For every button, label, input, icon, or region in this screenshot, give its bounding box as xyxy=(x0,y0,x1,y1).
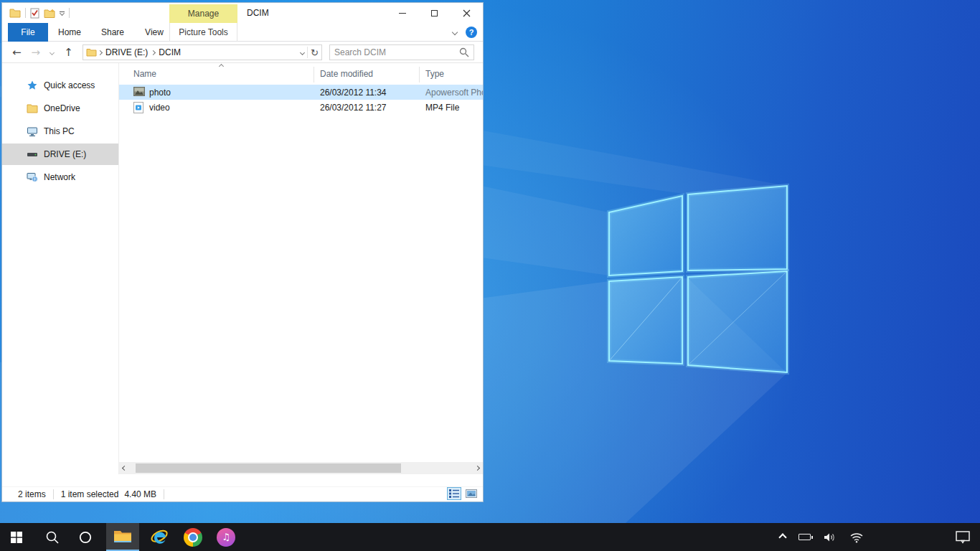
tab-home[interactable]: Home xyxy=(48,23,91,42)
internet-explorer-icon xyxy=(151,528,169,547)
search-icon[interactable] xyxy=(459,47,469,57)
onedrive-folder-icon xyxy=(27,103,38,113)
search-box[interactable] xyxy=(329,44,474,60)
battery-status[interactable] xyxy=(792,534,817,540)
file-list-area: Name Date modified Type photo 26/03/2012… xyxy=(119,63,483,474)
back-button[interactable]: ← xyxy=(12,47,22,58)
wifi-status[interactable] xyxy=(843,532,870,543)
scroll-right-button[interactable] xyxy=(472,462,483,474)
show-hidden-icons-button[interactable] xyxy=(773,534,792,540)
sidebar-item-drive-e[interactable]: DRIVE (E:) xyxy=(2,143,118,165)
action-center-button[interactable] xyxy=(949,531,980,544)
column-header-type[interactable]: Type xyxy=(425,69,444,79)
selection-size: 4.40 MB xyxy=(124,489,156,499)
column-divider[interactable] xyxy=(314,67,314,83)
volume-control[interactable] xyxy=(817,532,843,543)
minimize-button[interactable] xyxy=(386,3,418,24)
properties-icon[interactable] xyxy=(30,8,39,19)
chrome-button[interactable] xyxy=(176,523,209,551)
sidebar-item-label: Network xyxy=(44,172,75,182)
thumbnails-view-icon xyxy=(466,489,477,498)
address-bar-row: ← → ↑ DRIVE (E:) DCIM ↻ xyxy=(2,42,483,63)
selection-summary: 1 item selected xyxy=(61,489,119,499)
file-type: Apowersoft Pho xyxy=(425,88,483,98)
sidebar-item-network[interactable]: Network xyxy=(2,166,118,188)
taskbar: ♫ xyxy=(0,523,980,551)
breadcrumb-separator-icon xyxy=(151,50,156,55)
address-dropdown-chevron-icon[interactable] xyxy=(300,50,305,55)
chevron-right-icon xyxy=(475,466,480,471)
scrollbar-thumb[interactable] xyxy=(136,463,401,473)
start-button[interactable] xyxy=(0,523,33,551)
separator xyxy=(307,47,308,58)
separator xyxy=(164,489,164,499)
details-view-button[interactable] xyxy=(447,487,461,500)
new-folder-icon[interactable] xyxy=(44,9,55,18)
scroll-left-button[interactable] xyxy=(119,462,130,474)
tab-file[interactable]: File xyxy=(8,23,48,42)
column-header-date-modified[interactable]: Date modified xyxy=(320,69,373,79)
cortana-button[interactable] xyxy=(69,523,102,551)
item-count: 2 items xyxy=(18,489,46,499)
file-name: video xyxy=(149,103,170,113)
taskbar-file-explorer-button[interactable] xyxy=(106,523,139,551)
contextual-group-manage[interactable]: Manage xyxy=(169,4,237,23)
tab-view[interactable]: View xyxy=(134,23,174,42)
up-button[interactable]: ↑ xyxy=(64,47,73,58)
close-button[interactable] xyxy=(451,3,483,24)
column-divider[interactable] xyxy=(419,67,420,83)
recent-locations-chevron-icon[interactable] xyxy=(50,50,55,55)
taskbar-search-button[interactable] xyxy=(36,523,69,551)
forward-button[interactable]: → xyxy=(32,47,41,58)
column-headers: Name Date modified Type xyxy=(119,63,483,85)
quick-access-toolbar xyxy=(9,3,70,23)
chrome-icon xyxy=(184,528,202,547)
column-header-name[interactable]: Name xyxy=(133,69,156,79)
separator xyxy=(69,8,70,18)
file-type: MP4 File xyxy=(425,103,459,113)
ribbon-collapse-chevron-icon[interactable] xyxy=(452,29,458,35)
video-file-icon xyxy=(133,102,143,116)
horizontal-scrollbar[interactable] xyxy=(119,462,483,474)
tab-share[interactable]: Share xyxy=(91,23,134,42)
search-input[interactable] xyxy=(334,47,459,57)
breadcrumb-segment-dcim[interactable]: DCIM xyxy=(156,47,183,57)
file-row-photo[interactable]: photo 26/03/2012 11:34 Apowersoft Pho xyxy=(119,85,483,100)
customize-chevron-icon[interactable] xyxy=(60,11,65,15)
internet-explorer-button[interactable] xyxy=(143,523,176,551)
address-bar[interactable]: DRIVE (E:) DCIM ↻ xyxy=(83,44,322,60)
itunes-button[interactable]: ♫ xyxy=(209,523,242,551)
maximize-button[interactable] xyxy=(418,3,451,24)
sidebar-item-this-pc[interactable]: This PC xyxy=(2,121,118,142)
folder-icon xyxy=(86,48,97,57)
sidebar-item-onedrive[interactable]: OneDrive xyxy=(2,98,118,119)
close-icon xyxy=(463,9,471,17)
maximize-icon xyxy=(431,10,438,17)
battery-icon xyxy=(798,534,811,540)
manage-label: Manage xyxy=(188,9,219,19)
cortana-circle-icon xyxy=(78,530,93,545)
help-icon[interactable]: ? xyxy=(466,27,477,38)
breadcrumb-segment-drive[interactable]: DRIVE (E:) xyxy=(103,47,150,57)
scrollbar-track[interactable] xyxy=(130,462,472,474)
explorer-folder-icon xyxy=(9,8,21,18)
window-title: DCIM xyxy=(247,3,269,23)
minimize-icon xyxy=(399,13,406,14)
sidebar-item-label: This PC xyxy=(44,126,75,136)
windows-logo-icon xyxy=(11,532,22,543)
file-date-modified: 26/03/2012 11:34 xyxy=(320,88,387,98)
sidebar-item-label: DRIVE (E:) xyxy=(44,149,86,159)
action-center-icon xyxy=(956,531,970,544)
quick-access-star-icon xyxy=(27,80,38,91)
ribbon-tabs: File Home Share View Picture Tools ? xyxy=(2,23,483,42)
sidebar-item-quick-access[interactable]: Quick access xyxy=(2,75,118,96)
refresh-icon[interactable]: ↻ xyxy=(311,47,319,58)
file-explorer-window: Manage DCIM File Home Share View Picture… xyxy=(1,2,484,502)
thumbnails-view-button[interactable] xyxy=(464,487,479,500)
photo-thumbnail-icon xyxy=(133,87,145,98)
sidebar-item-label: OneDrive xyxy=(44,103,80,113)
file-row-video[interactable]: video 26/03/2012 11:27 MP4 File xyxy=(119,100,483,115)
sort-ascending-caret-icon xyxy=(219,64,224,69)
tab-picture-tools[interactable]: Picture Tools xyxy=(169,23,237,42)
itunes-icon: ♫ xyxy=(217,528,235,547)
